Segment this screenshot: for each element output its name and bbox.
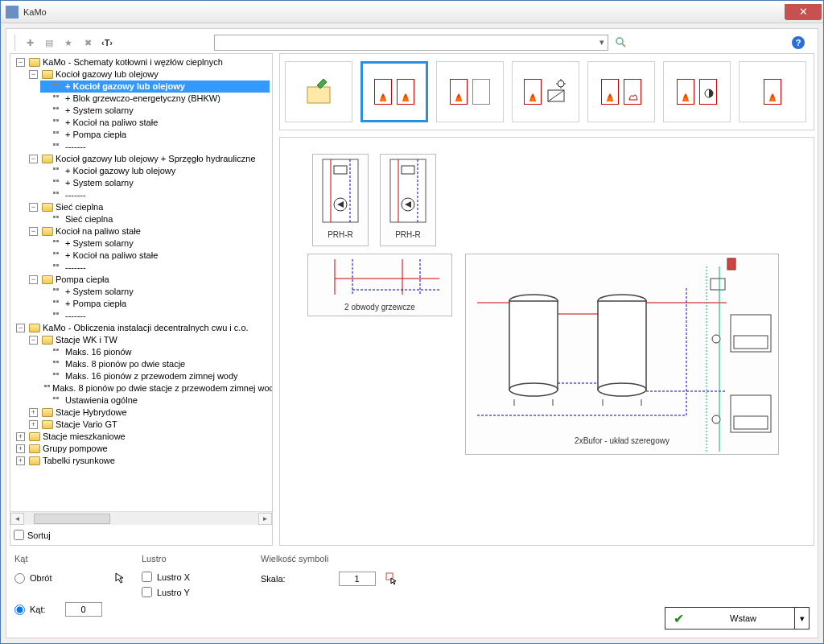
- tree-item[interactable]: -------: [65, 310, 86, 322]
- scale-input[interactable]: 1: [339, 572, 376, 586]
- mirror-x-checkbox[interactable]: [142, 572, 152, 582]
- expand-icon[interactable]: +: [16, 432, 25, 441]
- delete-icon[interactable]: ✖: [79, 34, 97, 52]
- insert-label: Wstaw: [692, 613, 794, 623]
- tree-folder[interactable]: Stacje WK i TW: [56, 334, 117, 346]
- thumb-boilers-selected[interactable]: [360, 61, 428, 122]
- svg-point-3: [558, 80, 564, 87]
- tree-folder[interactable]: Sieć cieplna: [56, 201, 103, 213]
- tree-item[interactable]: Sieć cieplna: [65, 213, 113, 225]
- scroll-right-icon[interactable]: ►: [258, 513, 272, 525]
- mirror-y-checkbox[interactable]: [142, 587, 152, 597]
- angle-input[interactable]: 0: [65, 602, 102, 617]
- tree-item[interactable]: + Kocioł na paliwo stałe: [65, 117, 158, 129]
- tree-item[interactable]: + System solarny: [65, 177, 134, 189]
- sort-checkbox[interactable]: [14, 530, 24, 540]
- rotation-radio[interactable]: [14, 573, 25, 584]
- mirror-group: Lustro Lustro X Lustro Y: [142, 554, 246, 597]
- tree-folder[interactable]: Kocioł gazowy lub olejowy + Sprzęgło hyd…: [56, 153, 256, 165]
- thumb-boiler-circle[interactable]: [663, 61, 731, 122]
- tree-folder[interactable]: Grupy pompowe: [43, 443, 108, 455]
- expand-icon[interactable]: +: [16, 444, 25, 453]
- schematic-circuits[interactable]: 2 obwody grzewcze: [307, 254, 452, 316]
- tree-root[interactable]: KaMo - Schematy kotłowni i węzłów ciepln…: [43, 56, 223, 68]
- star-icon[interactable]: ★: [60, 34, 77, 52]
- right-panel: PRH-R PRH-R 2 obwody grzewcze: [279, 53, 814, 546]
- angle-group: Kąt Obrót Kąt: 0: [14, 554, 127, 617]
- thumb-boiler-solar[interactable]: [512, 61, 579, 122]
- close-button[interactable]: ✕: [785, 4, 822, 20]
- list-icon[interactable]: ▤: [40, 34, 58, 52]
- expand-icon[interactable]: −: [29, 275, 38, 284]
- expand-icon[interactable]: −: [29, 203, 38, 212]
- scroll-thumb[interactable]: [34, 514, 110, 524]
- svg-rect-50: [734, 416, 768, 429]
- expand-icon[interactable]: −: [29, 227, 38, 236]
- expand-icon[interactable]: −: [29, 336, 38, 345]
- thumb-boiler-single[interactable]: [739, 61, 806, 122]
- cursor-icon: [114, 572, 127, 584]
- search-icon[interactable]: [615, 36, 628, 49]
- thumb-open[interactable]: [285, 61, 352, 122]
- tree-item[interactable]: + Kocioł gazowy lub olejowy: [65, 165, 175, 177]
- folder-icon: [42, 408, 53, 417]
- tree-folder[interactable]: Kocioł gazowy lub olejowy: [56, 68, 159, 80]
- svg-point-34: [598, 383, 646, 396]
- schematic-prh2[interactable]: PRH-R: [380, 154, 436, 246]
- schematic-canvas[interactable]: PRH-R PRH-R 2 obwody grzewcze: [279, 137, 814, 546]
- add-icon[interactable]: ✚: [21, 34, 39, 52]
- svg-rect-15: [334, 166, 347, 174]
- schematic-label: PRH-R: [395, 229, 421, 241]
- expand-icon[interactable]: −: [29, 70, 38, 79]
- tree-item[interactable]: + Pompa ciepła: [65, 298, 126, 310]
- schematic-boilers-right: [682, 258, 795, 468]
- tree-item[interactable]: + Blok grzewczo-energetyczny (BHKW): [65, 93, 220, 105]
- toolbar: ✚ ▤ ★ ✖ ‹T› ?: [10, 32, 814, 53]
- expand-icon[interactable]: +: [29, 420, 38, 429]
- tree-item[interactable]: -------: [65, 189, 86, 201]
- tree-item[interactable]: -------: [65, 141, 86, 153]
- tree-folder[interactable]: Kocioł na paliwo stałe: [56, 225, 141, 237]
- tree-view[interactable]: −KaMo - Schematy kotłowni i węzłów ciepl…: [10, 54, 272, 511]
- tree-folder[interactable]: Pompa ciepła: [56, 274, 109, 286]
- dropdown-icon[interactable]: ▾: [794, 608, 809, 629]
- scale-pick-icon[interactable]: [385, 572, 400, 585]
- tree-root[interactable]: KaMo - Obliczenia instalacji decentralny…: [43, 322, 249, 334]
- tree-item[interactable]: + Kocioł na paliwo stałe: [65, 250, 158, 262]
- insert-button[interactable]: ✔ Wstaw ▾: [665, 607, 810, 630]
- tree-item[interactable]: Maks. 16 pionów z przewodem zimnej wody: [65, 370, 238, 382]
- app-window: KaMo ✕ ✚ ▤ ★ ✖ ‹T› ? −KaMo - Schematy ko…: [0, 0, 824, 644]
- angle-radio[interactable]: [14, 605, 25, 615]
- tree-folder[interactable]: Stacje Vario GT: [56, 419, 117, 431]
- tree-item[interactable]: Maks. 8 pionów po dwie stacje z przewode…: [52, 382, 272, 394]
- tree-item[interactable]: Ustawienia ogólne: [65, 394, 138, 407]
- thumb-boiler-empty[interactable]: [436, 61, 504, 122]
- tree-folder[interactable]: Stacje Hybrydowe: [56, 407, 127, 419]
- horizontal-scrollbar[interactable]: ◄ ►: [10, 511, 272, 525]
- tree-folder[interactable]: Tabelki rysunkowe: [43, 455, 115, 467]
- expand-icon[interactable]: −: [16, 58, 25, 67]
- mirror-x-label: Lustro X: [157, 572, 190, 582]
- group-title: Kąt: [14, 554, 127, 564]
- tree-item-selected[interactable]: + Kocioł gazowy lub olejowy: [40, 80, 270, 93]
- tree-item[interactable]: Maks. 16 pionów: [65, 346, 132, 358]
- search-combo[interactable]: [214, 35, 608, 51]
- thumb-boiler-fire[interactable]: [587, 61, 655, 122]
- tree-item[interactable]: + System solarny: [65, 105, 134, 117]
- schematic-prh1[interactable]: PRH-R: [312, 154, 369, 246]
- tree-item[interactable]: + System solarny: [65, 286, 134, 298]
- folder-icon: [42, 275, 53, 284]
- expand-icon[interactable]: +: [29, 408, 38, 417]
- expand-icon[interactable]: −: [16, 324, 25, 332]
- help-icon[interactable]: ?: [792, 36, 805, 49]
- schematic-label: PRH-R: [328, 229, 353, 241]
- tree-folder[interactable]: Stacje mieszkaniowe: [43, 431, 126, 443]
- text-tool-button[interactable]: ‹T›: [98, 34, 116, 52]
- expand-icon[interactable]: +: [16, 456, 25, 465]
- tree-item[interactable]: + Pompa ciepła: [65, 129, 126, 141]
- tree-item[interactable]: + System solarny: [65, 237, 134, 250]
- scroll-left-icon[interactable]: ◄: [10, 513, 24, 525]
- tree-item[interactable]: Maks. 8 pionów po dwie stacje: [65, 358, 185, 370]
- tree-item[interactable]: -------: [65, 262, 86, 274]
- expand-icon[interactable]: −: [29, 155, 38, 163]
